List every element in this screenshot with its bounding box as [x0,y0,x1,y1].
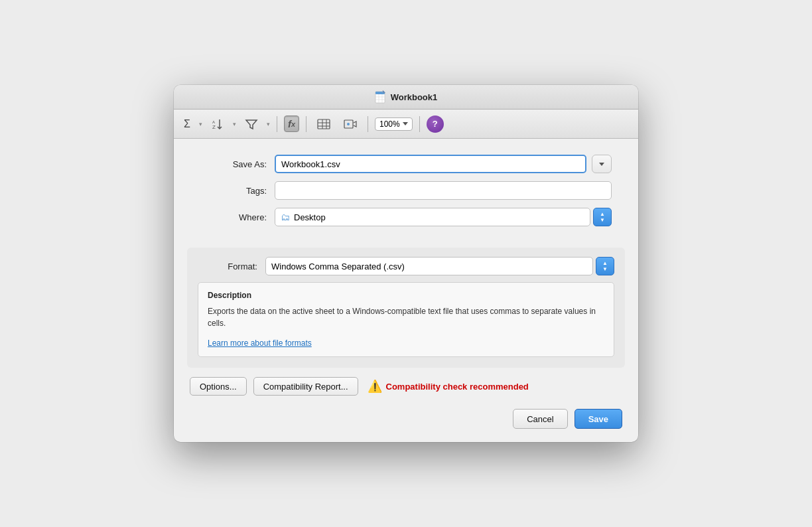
save-button[interactable]: Save [575,409,622,429]
where-arrow-down: ▼ [600,218,605,223]
where-arrow-up: ▲ [600,212,605,217]
media-button[interactable] [340,116,361,132]
dialog-content: Save As: Tags: Where: 🗂 Desktop ▲ ▼ [174,139,638,248]
description-title: Description [208,291,604,300]
toolbar-sep-1 [277,116,277,132]
save-as-label: Save As: [200,159,267,169]
folder-icon: 🗂 [281,212,290,222]
media-icon [343,118,358,130]
learn-more-link[interactable]: Learn more about file formats [208,339,312,348]
expand-button[interactable] [592,155,612,173]
description-text: Exports the data on the active sheet to … [208,305,604,329]
table-button[interactable] [313,116,334,132]
save-dialog: Workbook1 Σ ▾ A Z ▾ ▾ fx [174,85,638,442]
format-select[interactable]: Windows Comma Separated (.csv) [265,257,593,275]
svg-point-18 [347,123,350,125]
bottom-bar: Options... Compatibility Report... ⚠️ Co… [174,368,638,409]
format-arrow-down: ▼ [602,267,608,272]
sort-icon: A Z [211,118,224,130]
action-buttons: Cancel Save [174,409,638,442]
spreadsheet-icon [375,90,387,104]
filter-button[interactable] [241,116,261,132]
where-row: Where: 🗂 Desktop ▲ ▼ [200,208,612,226]
sort-button[interactable]: A Z [208,116,228,132]
toolbar-sep-3 [368,116,368,132]
format-arrow-up: ▲ [602,261,608,266]
svg-marker-11 [246,120,257,129]
cancel-button[interactable]: Cancel [513,409,567,429]
svg-text:Z: Z [212,124,216,130]
format-label: Format: [198,262,257,271]
save-as-input[interactable] [275,155,586,173]
tags-input[interactable] [275,181,612,200]
format-row: Format: Windows Comma Separated (.csv) ▲… [198,257,614,275]
where-arrow-button[interactable]: ▲ ▼ [593,208,612,226]
toolbar-sep-4 [419,116,420,132]
tags-label: Tags: [200,186,267,196]
window-title: Workbook1 [375,90,438,104]
filter-icon [245,118,258,130]
zoom-chevron [403,122,408,125]
compatibility-report-button[interactable]: Compatibility Report... [253,377,358,396]
save-as-row: Save As: [200,155,612,173]
help-button[interactable]: ? [427,115,444,133]
autosum-button[interactable]: Σ [180,116,194,132]
options-button[interactable]: Options... [190,377,247,396]
table-icon [316,118,331,130]
svg-rect-12 [318,119,330,129]
where-label: Where: [200,212,267,222]
expand-chevron [599,163,604,166]
format-section: Format: Windows Comma Separated (.csv) ▲… [187,248,625,368]
tags-row: Tags: [200,181,612,200]
warning-text: Compatibility check recommended [386,382,529,392]
zoom-control[interactable]: 100% [375,117,413,131]
warning-icon: ⚠️ [368,379,382,394]
toolbar: Σ ▾ A Z ▾ ▾ fx [174,110,638,139]
toolbar-sep-2 [306,116,306,132]
formula-button[interactable]: fx [284,115,299,132]
where-select[interactable]: 🗂 Desktop [275,208,590,226]
description-box: Description Exports the data on the acti… [198,282,614,357]
compatibility-warning: ⚠️ Compatibility check recommended [368,379,529,394]
title-bar: Workbook1 [174,85,638,110]
format-arrow-button[interactable]: ▲ ▼ [596,257,614,275]
